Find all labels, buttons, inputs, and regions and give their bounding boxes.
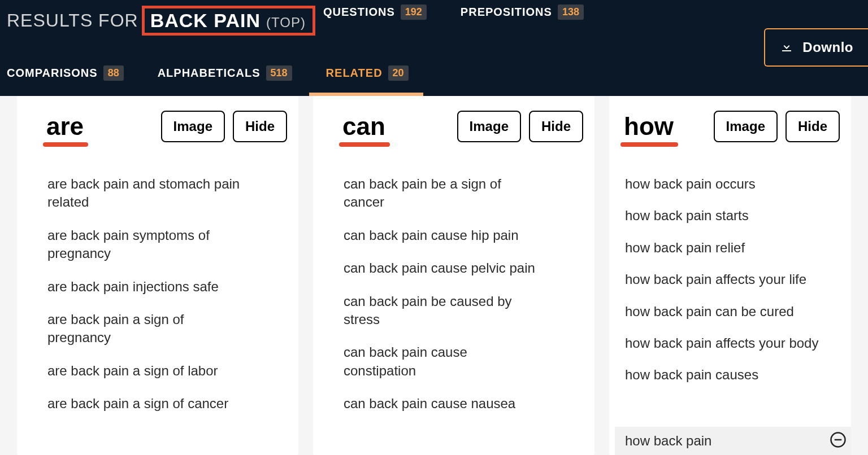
image-button[interactable]: Image [714, 111, 778, 142]
column-are: are Image Hide are back pain and stomach… [17, 96, 298, 455]
tab-related[interactable]: RELATED 20 [326, 65, 409, 81]
download-label: Downlo [802, 40, 853, 55]
column-title: are [46, 114, 84, 139]
underline-highlight [620, 142, 678, 147]
column-title: can [342, 114, 385, 139]
list-item[interactable]: how back pain affects your life [625, 270, 828, 288]
list-item[interactable]: are back pain a sign of cancer [47, 395, 251, 413]
download-button[interactable]: Downlo [764, 28, 868, 67]
column-head: are Image Hide [17, 106, 298, 147]
column-head: can Image Hide [313, 106, 594, 147]
highlighted-item-row[interactable]: how back pain [615, 427, 851, 455]
tab-comparisons[interactable]: COMPARISONS 88 [7, 65, 124, 81]
underline-highlight [43, 142, 88, 147]
header-bar: RESULTS FOR BACK PAIN (TOP) QUESTIONS 19… [0, 0, 868, 96]
keyword-subtext: (TOP) [266, 15, 306, 30]
column-title-wrap: are [46, 114, 84, 139]
tab-alphabeticals[interactable]: ALPHABETICALS 518 [158, 65, 292, 81]
list-item[interactable]: are back pain injections safe [47, 278, 251, 296]
list-item[interactable]: can back pain be caused by stress [344, 292, 547, 329]
column-title-wrap: how [624, 114, 674, 139]
tab-count: 518 [266, 65, 292, 81]
tab-count: 138 [558, 5, 584, 20]
column-how: how Image Hide how back pain occurs how … [609, 96, 851, 455]
list-item[interactable]: how back pain occurs [625, 175, 828, 193]
column-list: are back pain and stomach pain related a… [17, 147, 298, 413]
results-for-label: RESULTS FOR [7, 10, 138, 31]
hide-button[interactable]: Hide [785, 111, 840, 142]
column-list: how back pain occurs how back pain start… [609, 147, 851, 384]
hide-button[interactable]: Hide [233, 111, 287, 142]
hide-button[interactable]: Hide [529, 111, 583, 142]
list-item[interactable]: are back pain a sign of pregnancy [47, 310, 251, 347]
list-item[interactable]: are back pain a sign of labor [47, 362, 251, 380]
list-item[interactable]: can back pain be a sign of cancer [344, 175, 547, 212]
tabs-row-top: QUESTIONS 192 PREPOSITIONS 138 [323, 5, 584, 20]
image-button[interactable]: Image [457, 111, 521, 142]
keyword-box: BACK PAIN (TOP) [142, 6, 315, 36]
image-button[interactable]: Image [161, 111, 225, 142]
tab-label: QUESTIONS [323, 6, 395, 19]
tabs-row-bottom: COMPARISONS 88 ALPHABETICALS 518 RELATED… [7, 65, 409, 81]
tab-label: RELATED [326, 67, 383, 80]
tab-count: 20 [388, 65, 409, 81]
list-item[interactable]: are back pain and stomach pain related [47, 175, 251, 212]
tab-label: ALPHABETICALS [158, 67, 261, 80]
tab-label: COMPARISONS [7, 67, 98, 80]
column-head: how Image Hide [609, 106, 851, 147]
tab-count: 88 [103, 65, 124, 81]
content-area: are Image Hide are back pain and stomach… [0, 96, 868, 455]
list-item[interactable]: can back pain cause constipation [344, 343, 547, 380]
tab-count: 192 [401, 5, 427, 20]
remove-icon[interactable] [830, 431, 847, 450]
list-item[interactable]: can back pain cause hip pain [344, 226, 547, 244]
list-item[interactable]: can back pain cause nausea [344, 395, 547, 413]
column-title: how [624, 114, 674, 139]
tab-prepositions[interactable]: PREPOSITIONS 138 [461, 5, 584, 20]
list-item[interactable]: are back pain symptoms of pregnancy [47, 226, 251, 263]
underline-highlight [339, 142, 390, 147]
column-title-wrap: can [342, 114, 385, 139]
column-can: can Image Hide can back pain be a sign o… [313, 96, 594, 455]
list-item[interactable]: how back pain causes [625, 366, 828, 384]
list-item[interactable]: how back pain affects your body [625, 334, 828, 352]
tab-label: PREPOSITIONS [461, 6, 552, 19]
tab-questions[interactable]: QUESTIONS 192 [323, 5, 427, 20]
list-item[interactable]: how back pain starts [625, 207, 828, 225]
list-item[interactable]: can back pain cause pelvic pain [344, 259, 547, 277]
title-row: RESULTS FOR BACK PAIN (TOP) [7, 6, 315, 36]
list-item[interactable]: how back pain can be cured [625, 303, 828, 321]
download-icon [780, 40, 793, 55]
list-item[interactable]: how back pain [625, 432, 717, 450]
keyword-text: BACK PAIN [150, 10, 261, 32]
list-item[interactable]: how back pain relief [625, 239, 828, 257]
column-list: can back pain be a sign of cancer can ba… [313, 147, 594, 413]
